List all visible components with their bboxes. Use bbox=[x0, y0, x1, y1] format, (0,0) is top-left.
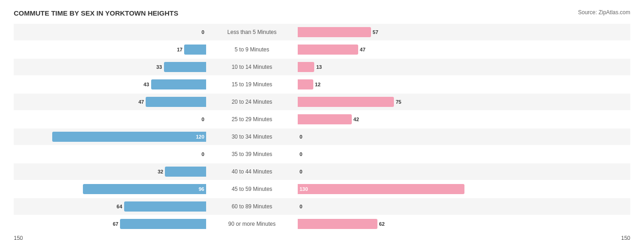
male-bar-container: 0 bbox=[14, 111, 206, 128]
source-label: Source: ZipAtlas.com bbox=[578, 9, 630, 16]
female-value: 62 bbox=[379, 221, 385, 227]
chart-row: 4720 to 24 Minutes75 bbox=[14, 94, 630, 110]
female-bar-container: 62 bbox=[298, 216, 490, 232]
male-bar-container: 96 bbox=[14, 181, 206, 197]
female-bar-container: 0 bbox=[298, 146, 490, 162]
chart-row: 6460 to 89 Minutes0 bbox=[14, 198, 630, 215]
axis-labels: 150 150 bbox=[14, 233, 630, 240]
row-label: 25 to 29 Minutes bbox=[206, 116, 298, 123]
row-label: 45 to 59 Minutes bbox=[206, 186, 298, 192]
male-bar bbox=[146, 97, 206, 107]
male-bar-container: 43 bbox=[14, 76, 206, 93]
axis-left: 150 bbox=[14, 235, 23, 240]
male-bar bbox=[184, 45, 206, 55]
row-label: Less than 5 Minutes bbox=[206, 29, 298, 35]
male-bar: 120 bbox=[52, 132, 206, 142]
row-label: 20 to 24 Minutes bbox=[206, 99, 298, 105]
male-bar bbox=[165, 167, 206, 177]
chart-row: 175 to 9 Minutes47 bbox=[14, 41, 630, 58]
row-label: 60 to 89 Minutes bbox=[206, 203, 298, 210]
male-bar-container: 0 bbox=[14, 146, 206, 162]
female-value: 0 bbox=[300, 151, 302, 157]
male-bar-container: 120 bbox=[14, 128, 206, 145]
female-value: 130 bbox=[300, 186, 308, 192]
female-bar bbox=[298, 79, 313, 89]
female-bar-container: 42 bbox=[298, 111, 490, 128]
male-value: 47 bbox=[138, 99, 144, 105]
row-label: 15 to 19 Minutes bbox=[206, 81, 298, 88]
male-value: 0 bbox=[202, 117, 204, 122]
male-bar-container: 32 bbox=[14, 163, 206, 180]
female-bar bbox=[298, 114, 352, 124]
female-bar-container: 12 bbox=[298, 76, 490, 93]
male-value: 32 bbox=[158, 169, 163, 174]
male-value: 120 bbox=[196, 134, 204, 140]
male-bar-container: 67 bbox=[14, 216, 206, 232]
male-value: 67 bbox=[113, 221, 118, 227]
male-bar bbox=[151, 79, 206, 89]
male-bar-container: 17 bbox=[14, 41, 206, 58]
male-value: 33 bbox=[156, 64, 162, 70]
male-bar-container: 33 bbox=[14, 59, 206, 75]
female-bar-container: 75 bbox=[298, 94, 490, 110]
male-value: 17 bbox=[177, 47, 182, 52]
male-value: 43 bbox=[143, 82, 149, 87]
male-value: 64 bbox=[117, 204, 122, 209]
male-bar-container: 47 bbox=[14, 94, 206, 110]
female-bar-container: 130 bbox=[298, 181, 490, 197]
chart-title: COMMUTE TIME BY SEX IN YORKTOWN HEIGHTS bbox=[14, 9, 178, 17]
female-bar bbox=[298, 62, 314, 72]
female-value: 47 bbox=[360, 47, 366, 52]
chart-row: 9645 to 59 Minutes130 bbox=[14, 181, 630, 197]
male-bar bbox=[124, 201, 206, 212]
female-value: 0 bbox=[300, 169, 302, 174]
female-value: 0 bbox=[300, 204, 302, 209]
female-value: 0 bbox=[300, 134, 302, 140]
female-value: 75 bbox=[396, 99, 401, 105]
female-value: 57 bbox=[373, 29, 378, 35]
male-bar-container: 0 bbox=[14, 24, 206, 40]
female-value: 42 bbox=[354, 117, 359, 122]
female-bar-container: 0 bbox=[298, 163, 490, 180]
row-label: 90 or more Minutes bbox=[206, 221, 298, 227]
chart-row: 3310 to 14 Minutes13 bbox=[14, 59, 630, 75]
female-bar bbox=[298, 27, 371, 37]
male-value: 0 bbox=[202, 151, 204, 157]
male-bar-container: 64 bbox=[14, 198, 206, 215]
female-value: 12 bbox=[315, 82, 321, 87]
male-bar bbox=[164, 62, 206, 72]
row-label: 10 to 14 Minutes bbox=[206, 64, 298, 70]
male-value: 0 bbox=[202, 29, 204, 35]
row-label: 40 to 44 Minutes bbox=[206, 168, 298, 175]
chart-row: 12030 to 34 Minutes0 bbox=[14, 128, 630, 145]
chart-area: 0Less than 5 Minutes57175 to 9 Minutes47… bbox=[14, 24, 630, 232]
chart-row: 025 to 29 Minutes42 bbox=[14, 111, 630, 128]
female-bar-container: 0 bbox=[298, 198, 490, 215]
chart-row: 0Less than 5 Minutes57 bbox=[14, 24, 630, 40]
male-bar bbox=[120, 219, 206, 229]
male-bar: 96 bbox=[83, 184, 206, 194]
chart-row: 035 to 39 Minutes0 bbox=[14, 146, 630, 162]
female-bar bbox=[298, 97, 394, 107]
axis-right: 150 bbox=[621, 235, 630, 240]
male-value: 96 bbox=[199, 186, 204, 192]
female-bar bbox=[298, 45, 358, 55]
female-bar-container: 13 bbox=[298, 59, 490, 75]
female-bar-container: 47 bbox=[298, 41, 490, 58]
female-bar bbox=[298, 219, 377, 229]
female-value: 13 bbox=[316, 64, 322, 70]
chart-row: 3240 to 44 Minutes0 bbox=[14, 163, 630, 180]
row-label: 5 to 9 Minutes bbox=[206, 46, 298, 53]
chart-row: 6790 or more Minutes62 bbox=[14, 216, 630, 232]
female-bar-container: 0 bbox=[298, 128, 490, 145]
row-label: 35 to 39 Minutes bbox=[206, 151, 298, 157]
row-label: 30 to 34 Minutes bbox=[206, 134, 298, 140]
female-bar: 130 bbox=[298, 184, 464, 194]
chart-row: 4315 to 19 Minutes12 bbox=[14, 76, 630, 93]
female-bar-container: 57 bbox=[298, 24, 490, 40]
